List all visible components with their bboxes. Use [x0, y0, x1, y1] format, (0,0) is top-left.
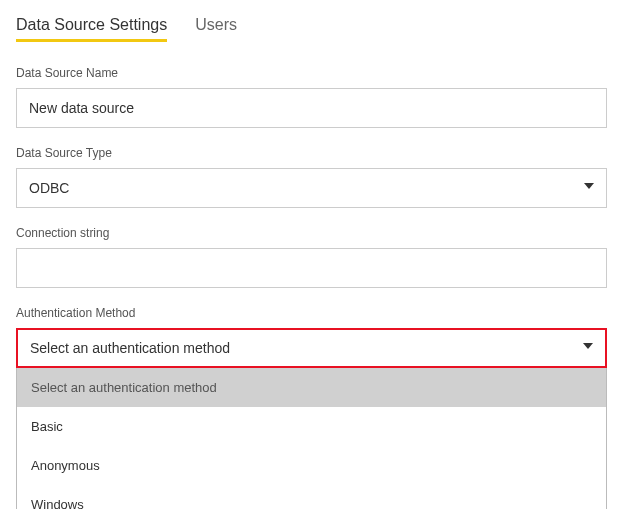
label-connection-string: Connection string: [16, 226, 607, 240]
tabs-bar: Data Source Settings Users: [16, 16, 607, 42]
input-data-source-name[interactable]: [16, 88, 607, 128]
field-data-source-name: Data Source Name: [16, 66, 607, 128]
label-data-source-name: Data Source Name: [16, 66, 607, 80]
select-data-source-type[interactable]: ODBC: [16, 168, 607, 208]
auth-option-placeholder[interactable]: Select an authentication method: [17, 368, 606, 407]
chevron-down-icon: [584, 183, 594, 193]
auth-option-basic[interactable]: Basic: [17, 407, 606, 446]
tab-users[interactable]: Users: [195, 16, 237, 42]
chevron-down-icon: [583, 343, 593, 353]
select-authentication-method-value: Select an authentication method: [30, 340, 230, 356]
field-connection-string: Connection string: [16, 226, 607, 288]
select-data-source-type-value: ODBC: [29, 180, 69, 196]
auth-option-windows[interactable]: Windows: [17, 485, 606, 509]
field-authentication-method: Authentication Method Select an authenti…: [16, 306, 607, 509]
select-authentication-method[interactable]: Select an authentication method: [16, 328, 607, 368]
input-connection-string[interactable]: [16, 248, 607, 288]
label-authentication-method: Authentication Method: [16, 306, 607, 320]
tab-data-source-settings[interactable]: Data Source Settings: [16, 16, 167, 42]
field-data-source-type: Data Source Type ODBC: [16, 146, 607, 208]
auth-option-anonymous[interactable]: Anonymous: [17, 446, 606, 485]
label-data-source-type: Data Source Type: [16, 146, 607, 160]
authentication-method-dropdown: Select an authentication method Basic An…: [16, 368, 607, 509]
